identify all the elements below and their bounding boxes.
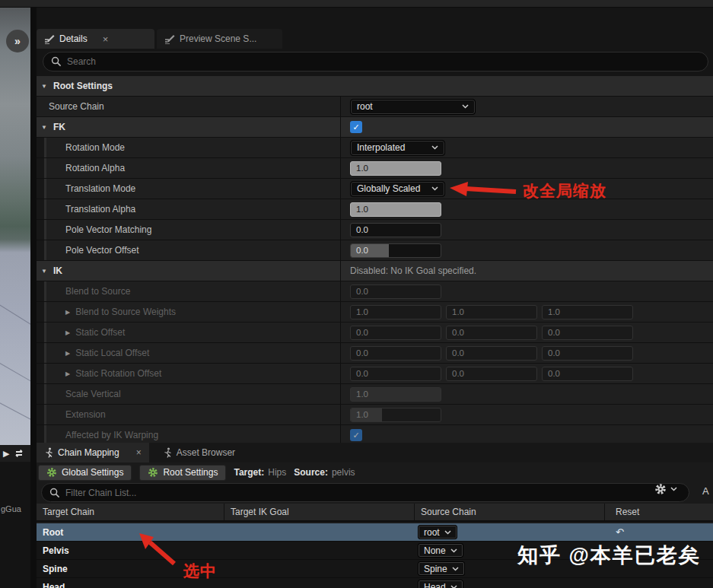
input-value: 0.0 bbox=[447, 348, 464, 358]
expand-arrow-icon[interactable]: ▶ bbox=[65, 329, 70, 336]
blend-to-source-input[interactable]: 0.0 bbox=[350, 284, 441, 299]
scale-vertical-input[interactable]: 1.0 bbox=[350, 387, 441, 402]
target-label: Target: bbox=[234, 467, 264, 478]
chain-settings-menu[interactable] bbox=[654, 483, 677, 495]
tab-asset-browser[interactable]: Asset Browser bbox=[155, 443, 243, 462]
collapse-arrow-icon[interactable]: ▼ bbox=[41, 124, 49, 131]
source-chain-dropdown[interactable]: Head bbox=[418, 580, 463, 588]
dropdown-value: Globally Scaled bbox=[357, 183, 420, 194]
property-label: Scale Vertical bbox=[65, 389, 121, 399]
details-search-bar[interactable] bbox=[43, 52, 708, 72]
chain-toolbar: Global Settings Root Settings Target: Hi… bbox=[37, 462, 713, 482]
property-label: Translation Alpha bbox=[65, 204, 135, 215]
weights-x-input[interactable]: 1.0 bbox=[350, 305, 441, 319]
static-local-offset-x-input[interactable]: 0.0 bbox=[350, 346, 441, 361]
header-source-chain[interactable]: Source Chain bbox=[415, 504, 605, 520]
floor-grid-line bbox=[0, 395, 30, 427]
property-label: Rotation Mode bbox=[65, 142, 125, 153]
tab-close-icon[interactable]: × bbox=[136, 447, 142, 458]
dropdown-value: None bbox=[424, 545, 446, 556]
expand-arrow-icon[interactable]: ▶ bbox=[65, 350, 70, 357]
header-reset[interactable]: Reset bbox=[605, 504, 713, 520]
details-pencil-icon bbox=[44, 34, 55, 44]
global-settings-button[interactable]: Global Settings bbox=[38, 465, 132, 481]
fk-enabled-checkbox[interactable]: ✓ bbox=[350, 121, 362, 133]
pole-vector-matching-input[interactable]: 0.0 bbox=[350, 223, 441, 237]
property-row-static-offset: ▶Static Offset 0.0 0.0 0.0 bbox=[37, 323, 713, 343]
input-value: 0.0 bbox=[543, 348, 560, 358]
play-icon[interactable]: ▶ bbox=[3, 449, 9, 459]
character-icon bbox=[44, 447, 53, 458]
translation-alpha-input[interactable]: 1.0 bbox=[350, 202, 441, 217]
static-rotation-offset-y-input[interactable]: 0.0 bbox=[446, 367, 537, 381]
header-target-ik-goal[interactable]: Target IK Goal bbox=[224, 504, 415, 520]
collapse-arrow-icon[interactable]: ▼ bbox=[41, 83, 49, 90]
expand-arrow-icon[interactable]: ▶ bbox=[65, 370, 70, 377]
table-row-spine[interactable]: Spine Spine bbox=[37, 560, 713, 578]
gear-icon bbox=[654, 483, 667, 495]
table-row-pelvis[interactable]: Pelvis None bbox=[37, 542, 713, 560]
table-row-head[interactable]: Head Head bbox=[37, 578, 713, 588]
filter-chain-list-bar[interactable] bbox=[41, 483, 689, 502]
source-chain-dropdown[interactable]: root bbox=[350, 99, 476, 115]
check-icon: ✓ bbox=[352, 431, 359, 440]
input-value: 0.0 bbox=[351, 287, 368, 296]
ik-warping-checkbox[interactable]: ✓ bbox=[350, 429, 362, 441]
viewport-sliver: » bbox=[0, 8, 30, 445]
input-value: 1.0 bbox=[351, 410, 368, 419]
input-value: 0.0 bbox=[447, 369, 464, 378]
pole-vector-offset-input[interactable]: 0.0 bbox=[350, 243, 441, 258]
property-row-blend-to-source: Blend to Source 0.0 bbox=[37, 281, 713, 302]
section-fk[interactable]: ▼ FK ✓ bbox=[37, 117, 713, 138]
reset-undo-icon[interactable]: ↶ bbox=[605, 526, 713, 538]
rotation-mode-dropdown[interactable]: Interpolated bbox=[350, 140, 445, 156]
weights-y-input[interactable]: 1.0 bbox=[446, 305, 537, 319]
filter-chain-input[interactable] bbox=[65, 488, 681, 498]
tab-chain-mapping[interactable]: Chain Mapping × bbox=[37, 443, 149, 462]
tab-close-icon[interactable]: × bbox=[103, 33, 109, 45]
static-rotation-offset-x-input[interactable]: 0.0 bbox=[350, 367, 441, 381]
property-label: Static Local Offset bbox=[75, 348, 149, 358]
ik-disabled-note: Disabled: No IK Goal specified. bbox=[350, 265, 476, 276]
preview-pencil-icon bbox=[164, 34, 175, 44]
chevron-right-double-icon: » bbox=[14, 35, 21, 47]
static-local-offset-y-input[interactable]: 0.0 bbox=[446, 346, 537, 361]
extension-input[interactable]: 1.0 bbox=[350, 408, 441, 422]
source-chain-dropdown[interactable]: root bbox=[418, 525, 457, 539]
section-root-settings[interactable]: ▼ Root Settings bbox=[37, 76, 713, 97]
section-label: Root Settings bbox=[53, 81, 113, 91]
chevron-down-icon bbox=[431, 145, 438, 150]
root-settings-button[interactable]: Root Settings bbox=[139, 465, 226, 481]
static-local-offset-z-input[interactable]: 0.0 bbox=[542, 346, 633, 361]
property-label: Pole Vector Matching bbox=[65, 224, 151, 235]
tab-preview-scene[interactable]: Preview Scene S... bbox=[157, 29, 282, 49]
tab-details[interactable]: Details × bbox=[37, 29, 154, 49]
expand-arrow-icon[interactable]: ▶ bbox=[65, 309, 70, 316]
static-offset-x-input[interactable]: 0.0 bbox=[350, 326, 441, 340]
source-chain-dropdown[interactable]: None bbox=[418, 543, 463, 558]
target-chain-cell: Spine bbox=[37, 564, 224, 574]
floor-grid-line bbox=[0, 294, 30, 331]
dropdown-value: root bbox=[357, 101, 373, 112]
static-offset-y-input[interactable]: 0.0 bbox=[446, 326, 537, 340]
expand-panel-button[interactable]: » bbox=[6, 30, 29, 52]
static-rotation-offset-z-input[interactable]: 0.0 bbox=[542, 367, 633, 381]
rotation-alpha-input[interactable]: 1.0 bbox=[350, 161, 441, 176]
source-label: Source: bbox=[294, 467, 328, 478]
section-ik[interactable]: ▼ IK Disabled: No IK Goal specified. bbox=[37, 261, 713, 281]
add-button-partial[interactable]: A bbox=[702, 485, 709, 497]
header-target-chain[interactable]: Target Chain bbox=[37, 504, 224, 520]
input-value: 0.0 bbox=[351, 246, 368, 255]
property-row-blend-to-source-weights: ▶Blend to Source Weights 1.0 1.0 1.0 bbox=[37, 302, 713, 323]
chain-tab-well: Chain Mapping × Asset Browser bbox=[37, 443, 713, 462]
collapse-arrow-icon[interactable]: ▼ bbox=[41, 268, 49, 275]
loop-icon[interactable] bbox=[14, 449, 24, 458]
table-row-root[interactable]: Root root ↶ bbox=[37, 523, 713, 542]
weights-z-input[interactable]: 1.0 bbox=[542, 305, 633, 319]
property-row-translation-alpha: Translation Alpha 1.0 bbox=[37, 199, 713, 220]
search-input[interactable] bbox=[67, 56, 700, 67]
static-offset-z-input[interactable]: 0.0 bbox=[542, 326, 633, 340]
check-icon: ✓ bbox=[352, 122, 359, 132]
translation-mode-dropdown[interactable]: Globally Scaled bbox=[350, 181, 445, 197]
source-chain-dropdown[interactable]: Spine bbox=[418, 561, 465, 576]
